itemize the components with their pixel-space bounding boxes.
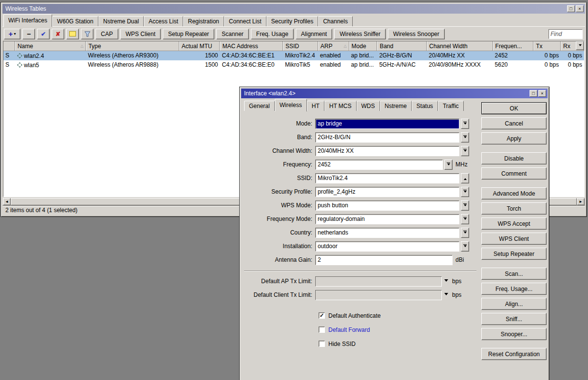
country-field[interactable]: netherlands [315, 228, 459, 238]
scroll-right-icon[interactable]: ► [577, 198, 585, 205]
snooper-button[interactable]: Snooper... [481, 328, 547, 340]
freq-usage-button[interactable]: Freq. Usage... [481, 283, 547, 295]
mode-field[interactable]: ap bridge [315, 119, 459, 129]
ok-button[interactable]: OK [481, 102, 547, 114]
tab-wifi-interfaces[interactable]: WiFi Interfaces [3, 14, 52, 27]
column-select-button[interactable] [576, 41, 584, 50]
add-button[interactable]: + ▾ [4, 29, 20, 39]
ssid-field[interactable]: MikroTik2.4 [315, 173, 459, 183]
country-dropdown-button[interactable] [461, 228, 469, 238]
channel-width-field[interactable]: 20/40MHz XX [315, 146, 459, 156]
tab-registration[interactable]: Registration [183, 16, 224, 26]
table-row[interactable]: S wlan2.4 Wireless (Atheros AR9300) 1500… [3, 51, 584, 60]
frequency-field[interactable]: 2452 [315, 160, 443, 170]
wireless-sniffer-button[interactable]: Wireless Sniffer [334, 29, 386, 39]
tab-security-profiles[interactable]: Security Profiles [266, 16, 319, 26]
tab-traffic[interactable]: Traffic [438, 101, 464, 111]
tab-status[interactable]: Status [412, 101, 438, 111]
disable-button[interactable]: ✘ [52, 29, 64, 39]
mode-dropdown-button[interactable] [461, 119, 469, 129]
tab-access-list[interactable]: Access List [144, 16, 183, 26]
hide-ssid-label[interactable]: Hide SSID [328, 341, 356, 347]
column-header-mac-address[interactable]: MAC Address [220, 41, 283, 51]
sniff-button[interactable]: Sniff... [481, 313, 547, 325]
tab-ht[interactable]: HT [307, 101, 324, 111]
ssid-collapse-button[interactable] [461, 173, 469, 183]
wireless-snooper-button[interactable]: Wireless Snooper [388, 29, 445, 39]
tab-channels[interactable]: Channels [318, 16, 353, 26]
band-field[interactable]: 2GHz-B/G/N [315, 132, 459, 143]
setup-repeater-toolbar-button[interactable]: Setup Repeater [163, 29, 214, 39]
alignment-button[interactable]: Alignment [296, 29, 332, 39]
freq-usage-toolbar-button[interactable]: Freq. Usage [251, 29, 294, 39]
mtu-cell: 1500 [179, 60, 220, 70]
column-header-mode[interactable]: Mode [349, 41, 378, 51]
wps-client-toolbar-button[interactable]: WPS Client [120, 29, 161, 39]
column-header-ssid[interactable]: SSID [283, 41, 318, 51]
scanner-button[interactable]: Scanner [216, 29, 249, 39]
hide-ssid-checkbox[interactable] [319, 341, 325, 347]
default-forward-checkbox[interactable] [319, 326, 325, 333]
tab-nstreme[interactable]: Nstreme [380, 101, 412, 111]
tab-wireless[interactable]: Wireless [275, 99, 307, 111]
frequency-mode-field[interactable]: regulatory-domain [315, 214, 459, 224]
frequency-dropdown-button[interactable] [444, 160, 453, 170]
default-authenticate-label[interactable]: Default Authenticate [328, 312, 380, 319]
scroll-left-icon[interactable]: ◄ [3, 198, 11, 205]
antenna-gain-field[interactable]: 2 [315, 255, 453, 265]
torch-button[interactable]: Torch [481, 202, 547, 215]
filter-button[interactable] [81, 29, 94, 39]
apply-button[interactable]: Apply [481, 132, 547, 145]
column-header-name[interactable]: Name△ [15, 41, 86, 51]
cap-button[interactable]: CAP [95, 29, 118, 39]
tab-connect-list[interactable]: Connect List [224, 16, 266, 26]
scan-button[interactable]: Scan... [481, 268, 547, 280]
wireless-tables-titlebar[interactable]: Wireless Tables □ × [2, 4, 585, 14]
setup-repeater-button[interactable]: Setup Repeater [481, 248, 547, 260]
find-input[interactable] [549, 29, 583, 39]
tab-nstreme-dual[interactable]: Nstreme Dual [98, 16, 144, 26]
wps-accept-button[interactable]: WPS Accept [481, 217, 547, 230]
reset-configuration-button[interactable]: Reset Configuration [481, 348, 547, 360]
interface-dialog-titlebar[interactable]: Interface <wlan2.4> □ × [241, 89, 548, 98]
tab-w60g-station[interactable]: W60G Station [52, 16, 98, 26]
wps-client-button[interactable]: WPS Client [481, 233, 547, 245]
frequency-mode-dropdown-button[interactable] [461, 214, 469, 224]
disable-button[interactable]: Disable [481, 152, 547, 164]
advanced-mode-button[interactable]: Advanced Mode [481, 187, 547, 199]
column-header-band[interactable]: Band [377, 41, 427, 51]
band-dropdown-button[interactable] [461, 132, 469, 143]
cancel-button[interactable]: Cancel [481, 117, 547, 129]
dropdown-icon [464, 191, 467, 194]
table-row[interactable]: S wlan5 Wireless (Atheros AR9888) 1500 C… [3, 60, 584, 70]
tab-ht-mcs[interactable]: HT MCS [324, 101, 357, 111]
close-icon[interactable]: × [576, 5, 584, 12]
column-header-actual-mtu[interactable]: Actual MTU [179, 41, 220, 51]
default-authenticate-checkbox[interactable]: ✓ [319, 312, 325, 319]
maximize-icon[interactable]: □ [530, 90, 537, 97]
column-header-type[interactable]: Type [86, 41, 179, 51]
wps-mode-field[interactable]: push button [315, 200, 459, 211]
comment-button[interactable]: Comment [481, 167, 547, 180]
installation-dropdown-button[interactable] [461, 241, 469, 252]
remove-button[interactable]: − [22, 29, 35, 39]
security-profile-dropdown-button[interactable] [461, 187, 469, 197]
channel-width-dropdown-button[interactable] [461, 146, 469, 156]
column-header-flag[interactable] [3, 41, 15, 51]
installation-field[interactable]: outdoor [315, 241, 459, 252]
security-profile-field[interactable]: profile_2,4gHz [315, 187, 459, 197]
column-header-channel-width[interactable]: Channel Width [427, 41, 493, 51]
tab-general[interactable]: General [244, 101, 275, 111]
comment-button[interactable] [66, 29, 79, 39]
tab-wds[interactable]: WDS [357, 101, 380, 111]
align-button[interactable]: Align... [481, 298, 547, 310]
column-header-tx[interactable]: Tx [533, 41, 561, 51]
column-header-arp[interactable]: ARP△ [318, 41, 349, 51]
main-toolbar: + ▾ − ✔ ✘ CAP WPS Client Setup Repe [2, 26, 585, 41]
default-forward-label[interactable]: Default Forward [328, 326, 370, 333]
wps-mode-dropdown-button[interactable] [461, 200, 469, 211]
enable-button[interactable]: ✔ [37, 29, 50, 39]
column-header-frequency[interactable]: Frequen... [493, 41, 534, 51]
maximize-icon[interactable]: □ [567, 5, 575, 12]
close-icon[interactable]: × [538, 90, 546, 97]
